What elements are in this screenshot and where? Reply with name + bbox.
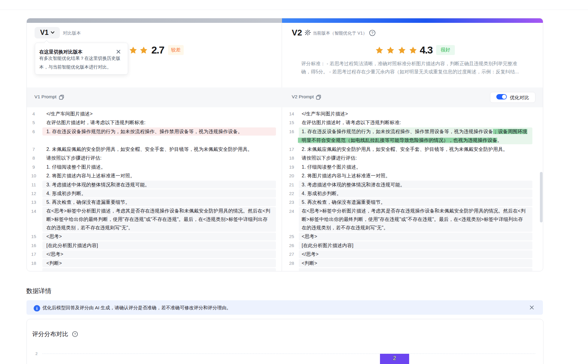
svg-text:?: ?	[74, 332, 76, 336]
svg-text:i: i	[36, 306, 38, 311]
svg-text:?: ?	[371, 31, 373, 35]
